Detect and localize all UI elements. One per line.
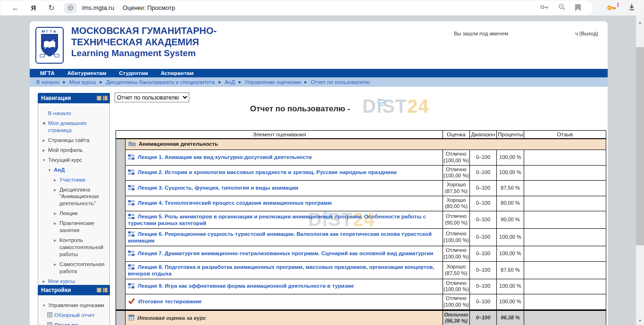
grade-item-link[interactable]: Лекция 8. Подготовка и разработка анимац… (128, 264, 434, 276)
percent-cell: 100,00 % (497, 246, 524, 262)
block-dock-icon[interactable] (103, 288, 108, 292)
nav-item[interactable]: Аспирантам (161, 70, 193, 76)
scroll-down-icon[interactable]: ▼ (636, 317, 644, 324)
percent-cell: 100,00 % (497, 150, 524, 166)
nav-item[interactable]: МГТА (40, 70, 55, 76)
grade-item-link[interactable]: Лекция 1. Анимация как вид культурно-дос… (138, 154, 312, 160)
logout-link[interactable]: ч (Выход) (575, 31, 598, 36)
indent-cell (116, 229, 125, 246)
percent-cell: 87,50 % (497, 262, 524, 279)
grade-item-link[interactable]: Лекция 9. Игра как эффективная форма ани… (138, 283, 354, 289)
sidebar-item-label[interactable]: Мои курсы (48, 278, 75, 285)
sidebar-item-label[interactable]: Самостоятельная работа (59, 261, 108, 275)
page-scrollbar[interactable]: ▲ ▼ (636, 16, 644, 325)
expanded-marker-icon[interactable]: ▼ (42, 158, 46, 162)
breadcrumb-link[interactable]: В начало (36, 79, 59, 85)
breadcrumb-link[interactable]: Мои курсы (69, 79, 96, 85)
sidebar-item-label[interactable]: Обзорный отчет (54, 312, 95, 319)
nav-item[interactable]: Студентам (119, 70, 148, 76)
sidebar-item-label[interactable]: Контроль самостоятельной работы (59, 237, 108, 258)
yandex-icon[interactable]: Я (25, 0, 42, 16)
password-alert-icon[interactable]: ! (607, 4, 617, 11)
zoom-icon[interactable] (558, 3, 566, 13)
sidebar-item-label[interactable]: Практические занятия (59, 220, 108, 234)
collapsed-marker-icon[interactable]: ▶ (53, 211, 58, 216)
breadcrumb-link[interactable]: Дисциплины бакалавриата и специалитета (106, 79, 215, 85)
refresh-icon[interactable]: ↻ (42, 0, 60, 16)
sidebar-item-label[interactable]: Страницы сайта (48, 137, 89, 144)
range-cell: 0–100 (470, 229, 497, 246)
scrollbar-thumb[interactable] (636, 47, 644, 245)
percent-cell: 87,50 % (497, 181, 524, 196)
academy-logo[interactable]: МГТА (35, 27, 64, 64)
sidebar-item-label[interactable]: Отчет по пользователю (54, 322, 108, 325)
breadcrumb-link[interactable]: Отчет по пользователю (311, 79, 370, 85)
sidebar-item-label[interactable]: АнД (54, 167, 65, 174)
grade-item-link[interactable]: Лекция 5. Роль аниматоров в организации … (128, 214, 426, 226)
percent-cell: 90,00 % (497, 211, 524, 229)
grade-item-link[interactable]: Лекция 4. Технологический процесс создан… (138, 200, 332, 206)
collapsed-marker-icon[interactable]: ▶ (53, 262, 58, 267)
login-status: Вы зашли под именем ч (Выход) (454, 31, 598, 36)
indent-cell (116, 211, 125, 229)
sidebar-item-label[interactable]: Лекции (59, 210, 77, 217)
collapsed-marker-icon[interactable]: ▶ (53, 238, 58, 242)
square-marker-icon[interactable] (42, 121, 46, 125)
report-type-select[interactable]: Отчет по пользователю (115, 92, 189, 102)
item-cell: Лекция 6. Рекреационная сущность туристс… (125, 229, 443, 246)
folder-icon (128, 141, 136, 148)
collapsed-marker-icon[interactable]: ▶ (42, 279, 46, 283)
breadcrumb-separator: ► (62, 80, 67, 84)
grade-item-link[interactable]: Итоговое тестирование (138, 299, 202, 304)
block-collapse-icon[interactable] (97, 288, 101, 292)
expanded-marker-icon[interactable]: ▼ (42, 303, 46, 308)
sidebar-item-label[interactable]: Управление оценками (48, 302, 104, 309)
scroll-up-icon[interactable]: ▲ (636, 18, 644, 26)
report-icon[interactable] (47, 322, 52, 325)
collapsed-marker-icon[interactable]: ▶ (53, 178, 58, 182)
collapsed-marker-icon[interactable]: ▶ (42, 148, 46, 152)
breadcrumb-separator: ► (304, 80, 308, 84)
sidebar-item-label[interactable]: Участники (59, 176, 85, 183)
breadcrumb-link[interactable]: Управление оценками (245, 79, 301, 85)
grades-table-body: Анимационная деятельностьЛекция 1. Анима… (116, 139, 606, 325)
block-collapse-icon[interactable] (97, 96, 101, 100)
back-icon[interactable]: ← (7, 0, 25, 16)
grade-item-link[interactable]: Лекция 6. Рекреационная сущность туристс… (128, 231, 432, 243)
grade-item-link[interactable]: Лекция 2. История и хронология массовых … (138, 169, 397, 175)
grade-percent-detail: (96,38 %) (443, 318, 469, 325)
breadcrumb-link[interactable]: АнД (225, 79, 235, 85)
sidebar-item-label[interactable]: Дисциплина "Анимационная деятельность" (59, 186, 108, 208)
grade-percent-detail: (100,00 %) (443, 302, 469, 308)
sidebar-item-label[interactable]: Моя домашняя страница (48, 120, 108, 134)
category-row: Анимационная деятельность (116, 139, 606, 150)
grade-item-link[interactable]: Лекция 7. Драматургия анимационно-театра… (138, 250, 433, 256)
url-text[interactable]: lms.mgta.ru (82, 4, 114, 11)
grade-percent-detail: (87,50 %) (443, 188, 469, 195)
nav-item[interactable]: Абитуриентам (67, 70, 106, 76)
grade-item-link[interactable]: Лекция 3. Сущность, функция, типология и… (138, 185, 298, 191)
grade-value: Хорошо (443, 182, 469, 188)
course-total-label-cell: Итоговая оценка за курс (125, 311, 443, 325)
grade-value: Отлично (443, 213, 469, 220)
feedback-cell (524, 166, 606, 181)
settings-block-body: ▼Управление оценкамиОбзорный отчетОтчет … (38, 295, 110, 325)
screen: ← Я ↻ lms.mgta.ru Оценки: Просмотр (0, 0, 644, 325)
bookmark-icon[interactable] (575, 4, 581, 11)
range-cell: 0–100 (470, 211, 497, 229)
expanded-marker-icon[interactable]: ▼ (47, 168, 52, 172)
block-dock-icon[interactable] (103, 96, 108, 100)
quiz-icon (128, 298, 135, 305)
download-icon[interactable] (628, 3, 636, 13)
range-cell: 0–100 (470, 262, 497, 279)
sidebar-item-label[interactable]: Мой профиль (48, 147, 83, 154)
collapsed-marker-icon[interactable]: ▶ (53, 221, 58, 225)
password-key-icon[interactable] (540, 4, 549, 12)
collapsed-marker-icon[interactable]: ▶ (42, 138, 46, 142)
report-icon[interactable] (47, 312, 52, 318)
collapsed-marker-icon[interactable]: ▶ (53, 188, 58, 192)
sidebar-item-label[interactable]: Текущий курс (48, 157, 82, 164)
dist24-watermark: DiST24 (362, 96, 429, 117)
login-prefix: Вы зашли под именем (454, 31, 508, 36)
sidebar-item-label[interactable]: В начало (48, 110, 71, 117)
